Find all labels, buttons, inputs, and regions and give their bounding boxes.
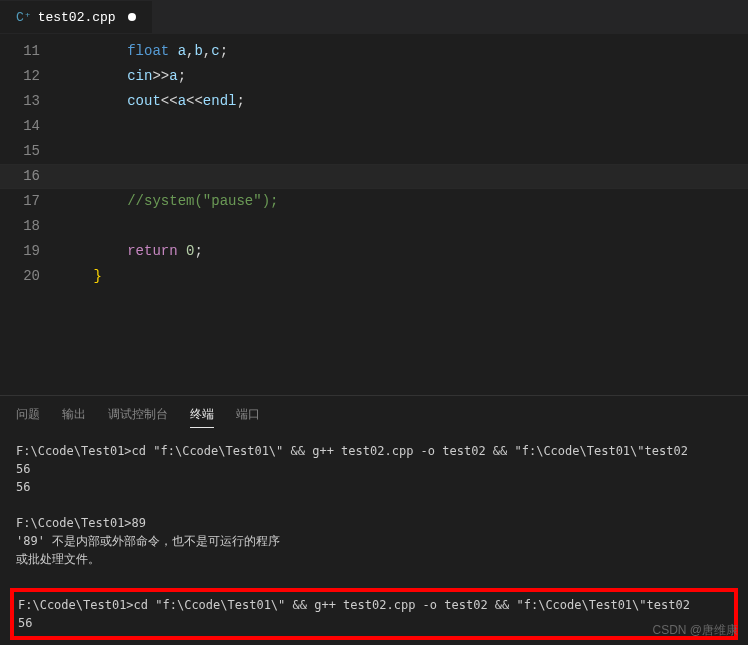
tab-debug-console[interactable]: 调试控制台 bbox=[108, 406, 168, 428]
terminal-blank-line bbox=[16, 568, 732, 586]
tab-file[interactable]: C⁺ test02.cpp bbox=[0, 1, 152, 33]
terminal-line: 或批处理文件。 bbox=[16, 550, 732, 568]
code-area[interactable]: float a,b,c; cin>>a; cout<<a<<endl; //sy… bbox=[60, 35, 748, 395]
code-line[interactable]: return 0; bbox=[60, 239, 748, 264]
terminal-line: F:\Ccode\Test01>cd "f:\Ccode\Test01\" &&… bbox=[16, 442, 732, 460]
code-line[interactable]: } bbox=[60, 264, 748, 289]
code-line[interactable]: cin>>a; bbox=[60, 64, 748, 89]
modified-indicator-icon bbox=[128, 13, 136, 21]
terminal-line: 56 bbox=[18, 614, 730, 632]
line-number: 18 bbox=[0, 214, 40, 239]
panel-tabs: 问题 输出 调试控制台 终端 端口 bbox=[0, 396, 748, 434]
tab-ports[interactable]: 端口 bbox=[236, 406, 260, 428]
tab-problems[interactable]: 问题 bbox=[16, 406, 40, 428]
line-number: 16 bbox=[0, 164, 40, 189]
tab-output[interactable]: 输出 bbox=[62, 406, 86, 428]
line-number: 17 bbox=[0, 189, 40, 214]
tab-bar[interactable]: C⁺ test02.cpp bbox=[0, 0, 748, 35]
line-number: 13 bbox=[0, 89, 40, 114]
line-number: 11 bbox=[0, 39, 40, 64]
tab-filename: test02.cpp bbox=[38, 10, 116, 25]
terminal-line: F:\Ccode\Test01>cd "f:\Ccode\Test01\" &&… bbox=[18, 596, 730, 614]
code-line[interactable] bbox=[60, 164, 748, 189]
code-line[interactable]: //system("pause"); bbox=[60, 189, 748, 214]
cpp-file-icon: C⁺ bbox=[16, 9, 32, 25]
line-number: 19 bbox=[0, 239, 40, 264]
line-number: 12 bbox=[0, 64, 40, 89]
line-number: 14 bbox=[0, 114, 40, 139]
code-line[interactable] bbox=[60, 214, 748, 239]
tab-terminal[interactable]: 终端 bbox=[190, 406, 214, 428]
watermark: CSDN @唐维康 bbox=[652, 622, 738, 639]
line-number: 15 bbox=[0, 139, 40, 164]
code-line[interactable] bbox=[60, 114, 748, 139]
terminal-line: '89' 不是内部或外部命令，也不是可运行的程序 bbox=[16, 532, 732, 550]
code-line[interactable]: cout<<a<<endl; bbox=[60, 89, 748, 114]
bottom-panel: 问题 输出 调试控制台 终端 端口 F:\Ccode\Test01>cd "f:… bbox=[0, 395, 748, 645]
terminal-blank-line bbox=[16, 496, 732, 514]
line-number: 20 bbox=[0, 264, 40, 289]
terminal-line: 56 bbox=[16, 478, 732, 496]
highlighted-terminal-block: F:\Ccode\Test01>cd "f:\Ccode\Test01\" &&… bbox=[10, 588, 738, 640]
code-line[interactable] bbox=[60, 139, 748, 164]
code-line[interactable]: float a,b,c; bbox=[60, 39, 748, 64]
line-number-gutter: 11121314151617181920 bbox=[0, 35, 60, 395]
terminal-line: F:\Ccode\Test01>89 bbox=[16, 514, 732, 532]
terminal-content[interactable]: F:\Ccode\Test01>cd "f:\Ccode\Test01\" &&… bbox=[0, 434, 748, 645]
code-editor[interactable]: 11121314151617181920 float a,b,c; cin>>a… bbox=[0, 35, 748, 395]
terminal-line: 56 bbox=[16, 460, 732, 478]
